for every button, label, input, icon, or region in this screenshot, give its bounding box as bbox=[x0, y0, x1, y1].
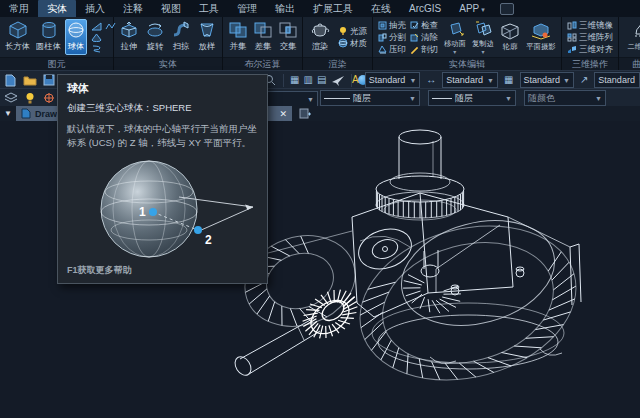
sphere-illustration: 1 2 bbox=[67, 152, 260, 264]
light-button[interactable]: 光源 bbox=[338, 25, 367, 37]
box-button[interactable]: 长方体 bbox=[3, 19, 32, 55]
shell-button[interactable]: 抽壳 bbox=[378, 19, 406, 31]
mleader-style-combo[interactable]: Standard bbox=[594, 72, 640, 88]
tab-annotate[interactable]: 注释 bbox=[114, 0, 152, 18]
drawing-file-icon bbox=[21, 108, 31, 119]
intersect-button[interactable]: 交集 bbox=[276, 19, 299, 55]
tab-list-caret-icon[interactable]: ▼ bbox=[4, 109, 12, 118]
mirror3d-button[interactable]: 三维镜像 bbox=[567, 19, 613, 31]
flatshot-button[interactable]: 平面摄影 bbox=[524, 21, 558, 54]
panel-label-solid-editing: 实体编辑 bbox=[373, 57, 561, 70]
align3d-button[interactable]: 三维对齐 bbox=[567, 43, 613, 55]
linetype-combo[interactable]: 随层▼ bbox=[320, 90, 420, 106]
layer-freeze-icon[interactable] bbox=[41, 91, 56, 105]
copy-edge-icon bbox=[473, 21, 493, 37]
dim-style-combo[interactable]: Standard▼ bbox=[442, 72, 498, 88]
tab-insert[interactable]: 插入 bbox=[76, 0, 114, 18]
tab-manage[interactable]: 管理 bbox=[228, 0, 266, 18]
tab-tools[interactable]: 工具 bbox=[190, 0, 228, 18]
tooltip-command: 创建三维实心球体：SPHERE bbox=[67, 102, 258, 115]
open-folder-icon[interactable] bbox=[22, 73, 37, 87]
copy-edge-button[interactable]: 复制边 ▾ bbox=[469, 19, 496, 56]
cylinder-icon bbox=[39, 21, 59, 39]
loft-button[interactable]: 放样 bbox=[195, 19, 219, 55]
close-tab-icon[interactable]: ✕ bbox=[279, 109, 287, 119]
helix-icon[interactable] bbox=[91, 44, 102, 53]
subtract-icon bbox=[253, 21, 273, 39]
caret-down-icon: ▼ bbox=[563, 77, 570, 84]
tab-express-tools[interactable]: 扩展工具 bbox=[304, 0, 362, 18]
tooltip-help-hint: F1获取更多帮助 bbox=[67, 264, 132, 277]
new-drawing-icon[interactable] bbox=[298, 107, 313, 121]
sweep-icon bbox=[171, 21, 191, 39]
check-button[interactable]: 检查 bbox=[410, 19, 438, 31]
clean-button[interactable]: 清除 bbox=[410, 31, 438, 43]
tab-view[interactable]: 视图 bbox=[152, 0, 190, 18]
panel-solid: 拉伸 旋转 扫掠 放样 实体 bbox=[114, 17, 223, 70]
linetype-swatch bbox=[324, 98, 350, 99]
imprint-button[interactable]: 压印 bbox=[378, 43, 406, 55]
sheet-set-icon[interactable]: ▦ bbox=[290, 74, 299, 86]
material-button[interactable]: 材质 bbox=[338, 37, 367, 49]
array3d-button[interactable]: 三维阵列 bbox=[567, 31, 613, 43]
slice-button[interactable]: 剖切 bbox=[410, 43, 438, 55]
field-icon[interactable]: ▤ bbox=[317, 74, 326, 86]
caret-down-icon: ▼ bbox=[487, 77, 494, 84]
clean-icon bbox=[410, 33, 419, 42]
ribbon: 长方体 圆柱体 球体 图 bbox=[0, 17, 640, 71]
caret-down-icon: ▼ bbox=[595, 95, 602, 102]
move-face-button[interactable]: 移动面 ▾ bbox=[441, 19, 468, 56]
revolve-button[interactable]: 旋转 bbox=[143, 19, 167, 55]
separate-button[interactable]: 分割 bbox=[378, 31, 406, 43]
etransmit-icon[interactable] bbox=[330, 73, 345, 87]
tab-online[interactable]: 在线 bbox=[362, 0, 400, 18]
cone-icon[interactable] bbox=[91, 33, 102, 42]
layer-properties-icon[interactable] bbox=[3, 91, 18, 105]
ribbon-minimize-icon[interactable] bbox=[500, 3, 514, 15]
table-style-combo[interactable]: Standard▼ bbox=[520, 72, 574, 88]
caret-down-icon: ▾ bbox=[481, 6, 485, 13]
caret-down-icon: ▼ bbox=[409, 95, 416, 102]
union-button[interactable]: 并集 bbox=[226, 19, 249, 55]
lineweight-swatch bbox=[432, 98, 452, 99]
tooltip-title: 球体 bbox=[67, 81, 258, 96]
tab-app[interactable]: APP▾ bbox=[450, 1, 494, 16]
panel-label-render: 渲染 bbox=[303, 57, 372, 70]
tab-home[interactable]: 常用 bbox=[0, 0, 38, 18]
solid2d-button[interactable]: 二维填充 bbox=[622, 20, 640, 54]
sphere-button[interactable]: 球体 bbox=[65, 19, 87, 55]
solprof-button[interactable]: 轮廓 bbox=[498, 21, 523, 54]
ribbon-tab-bar: 常用 实体 插入 注释 视图 工具 管理 输出 扩展工具 在线 ArcGIS A… bbox=[0, 0, 640, 17]
lineweight-combo[interactable]: 随层▼ bbox=[428, 90, 516, 106]
panel-label-surface: 曲面 bbox=[619, 57, 640, 70]
sphere-tooltip: 球体 创建三维实心球体：SPHERE 默认情况下，球体的中心轴平行于当前用户坐标… bbox=[57, 74, 268, 284]
mleader-style-icon: ↗ bbox=[580, 74, 588, 86]
panel-label-primitive: 图元 bbox=[0, 57, 113, 70]
save-icon[interactable] bbox=[41, 73, 56, 87]
tab-arcgis[interactable]: ArcGIS bbox=[400, 1, 450, 16]
layer-on-icon[interactable] bbox=[22, 91, 37, 105]
table-icon[interactable]: ▥ bbox=[303, 74, 312, 86]
solid-profile-icon bbox=[500, 23, 520, 40]
subtract-button[interactable]: 差集 bbox=[251, 19, 274, 55]
panel-surface: 二维填充 曲面 bbox=[619, 17, 640, 70]
tab-output[interactable]: 输出 bbox=[266, 0, 304, 18]
panel-boolean: 并集 差集 交集 布尔运算 bbox=[223, 17, 303, 70]
caret-down-icon: ▾ bbox=[453, 50, 456, 54]
flatshot-icon bbox=[531, 23, 551, 40]
plot-style-combo[interactable]: 随颜色▼ bbox=[524, 90, 606, 106]
tooltip-description: 默认情况下，球体的中心轴平行于当前用户坐标系 (UCS) 的 Z 轴，纬线与 X… bbox=[67, 122, 258, 150]
material-icon bbox=[338, 38, 348, 48]
sweep-button[interactable]: 扫掠 bbox=[169, 19, 193, 55]
new-file-icon[interactable] bbox=[3, 73, 18, 87]
tab-solid[interactable]: 实体 bbox=[38, 0, 76, 18]
extrude-button[interactable]: 拉伸 bbox=[117, 19, 141, 55]
cylinder-button[interactable]: 圆柱体 bbox=[34, 19, 63, 55]
text-style-combo[interactable]: Standard▼ bbox=[365, 72, 421, 88]
panel-label-3d-operations: 三维操作 bbox=[562, 57, 618, 70]
wedge-icon[interactable] bbox=[91, 22, 102, 31]
check-icon bbox=[410, 21, 419, 30]
light-icon bbox=[338, 26, 348, 36]
caret-down-icon: ▾ bbox=[481, 50, 484, 54]
render-button[interactable]: 渲染 bbox=[306, 19, 334, 55]
